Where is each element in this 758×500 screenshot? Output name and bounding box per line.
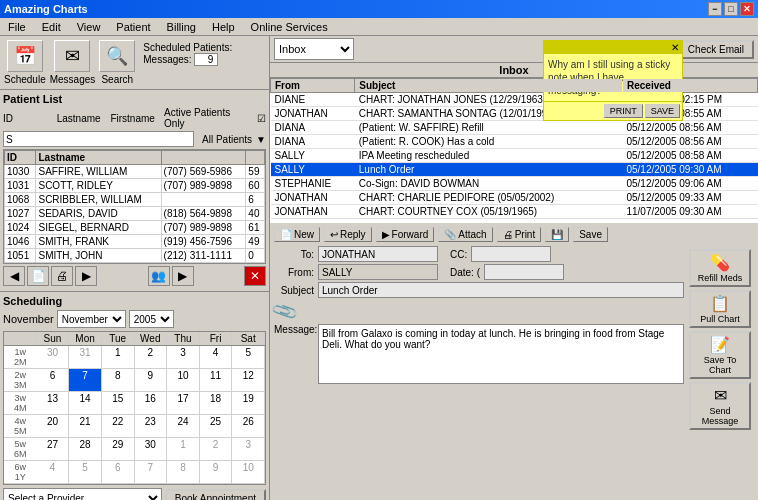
cal-day[interactable]: 4 bbox=[200, 346, 233, 368]
menu-view[interactable]: View bbox=[73, 20, 105, 34]
cal-day[interactable]: 28 bbox=[69, 438, 102, 460]
inbox-row[interactable]: DIANA (Patient: R. COOK) Has a cold 05/1… bbox=[271, 135, 758, 149]
inbox-row[interactable]: SALLY IPA Meeting rescheduled 05/12/2005… bbox=[271, 149, 758, 163]
cal-day[interactable]: 1 bbox=[102, 346, 135, 368]
inbox-row[interactable]: SALLY Lunch Order 05/12/2005 09:30 AM bbox=[271, 163, 758, 177]
print-btn[interactable]: 🖨 Print bbox=[497, 227, 542, 242]
menu-edit[interactable]: Edit bbox=[38, 20, 65, 34]
cal-day[interactable]: 26 bbox=[232, 415, 265, 437]
minimize-btn[interactable]: − bbox=[708, 2, 722, 16]
inbox-row[interactable]: JONATHAN CHART: SAMANTHA SONTAG (12/01/1… bbox=[271, 107, 758, 121]
cal-day[interactable]: 20 bbox=[37, 415, 70, 437]
patient-table-row[interactable]: 1027 SEDARIS, DAVID (818) 564-9898 40 bbox=[5, 207, 265, 221]
cal-day[interactable]: 30 bbox=[37, 346, 70, 368]
inbox-row[interactable]: DIANA (Patient: W. SAFFIRE) Refill 05/12… bbox=[271, 121, 758, 135]
menu-file[interactable]: File bbox=[4, 20, 30, 34]
search-button[interactable]: 🔍 bbox=[99, 40, 135, 72]
cal-day[interactable]: 7 bbox=[135, 461, 168, 483]
pt-btn-people[interactable]: 👥 bbox=[148, 266, 170, 286]
cal-day[interactable]: 4 bbox=[37, 461, 70, 483]
patient-table-row[interactable]: 1046 SMITH, FRANK (919) 456-7596 49 bbox=[5, 235, 265, 249]
save-btn[interactable]: Save bbox=[573, 227, 608, 242]
patient-table-row[interactable]: 1051 SMITH, JOHN (212) 311-1111 0 bbox=[5, 249, 265, 263]
menu-billing[interactable]: Billing bbox=[163, 20, 200, 34]
check-email-btn[interactable]: Check Email bbox=[678, 40, 754, 59]
patient-table-row[interactable]: 1024 SIEGEL, BERNARD (707) 989-9898 61 bbox=[5, 221, 265, 235]
patient-table-row[interactable]: 1030 SAFFIRE, WILLIAM (707) 569-5986 59 bbox=[5, 165, 265, 179]
from-input[interactable] bbox=[318, 264, 438, 280]
to-input[interactable] bbox=[318, 246, 438, 262]
pt-btn-delete[interactable]: ✕ bbox=[244, 266, 266, 286]
cal-day-selected[interactable]: 7 bbox=[69, 369, 102, 391]
inbox-table-container[interactable]: From Subject Received DIANE CHART: JONAT… bbox=[270, 78, 758, 223]
send-message-btn[interactable]: ✉ Send Message bbox=[689, 382, 751, 430]
sticky-save-btn[interactable]: SAVE bbox=[645, 104, 680, 118]
pt-btn-3[interactable]: 🖨 bbox=[51, 266, 73, 286]
cal-day[interactable]: 12 bbox=[232, 369, 265, 391]
date-input[interactable] bbox=[484, 264, 564, 280]
pt-btn-2[interactable]: 📄 bbox=[27, 266, 49, 286]
cal-day[interactable]: 24 bbox=[167, 415, 200, 437]
reply-btn[interactable]: ↩ Reply bbox=[324, 227, 372, 242]
inbox-folder-select[interactable]: Inbox bbox=[274, 38, 354, 60]
patient-filter-input[interactable] bbox=[3, 131, 194, 147]
subject-input[interactable] bbox=[318, 282, 684, 298]
cal-day[interactable]: 17 bbox=[167, 392, 200, 414]
cal-day[interactable]: 16 bbox=[135, 392, 168, 414]
close-btn[interactable]: ✕ bbox=[740, 2, 754, 16]
inbox-row[interactable]: DIANE CHART: JONATHAN JONES (12/29/1963)… bbox=[271, 93, 758, 107]
cal-day[interactable]: 8 bbox=[102, 369, 135, 391]
cal-day[interactable]: 9 bbox=[200, 461, 233, 483]
cc-input[interactable] bbox=[471, 246, 551, 262]
schedule-button[interactable]: 📅 bbox=[7, 40, 43, 72]
cal-day[interactable]: 9 bbox=[135, 369, 168, 391]
year-select[interactable]: 2005 bbox=[129, 310, 174, 328]
cal-day[interactable]: 18 bbox=[200, 392, 233, 414]
inbox-row[interactable]: STEPHANIE Co-Sign: DAVID BOWMAN 05/12/20… bbox=[271, 177, 758, 191]
refill-meds-btn[interactable]: 💊 Refill Meds bbox=[689, 249, 751, 287]
pt-btn-1[interactable]: ◀ bbox=[3, 266, 25, 286]
forward-btn[interactable]: ▶ Forward bbox=[376, 227, 435, 242]
inbox-row[interactable]: JONATHAN CHART: CHARLIE PEDIFORE (05/05/… bbox=[271, 191, 758, 205]
cal-day[interactable]: 25 bbox=[200, 415, 233, 437]
cal-day[interactable]: 2 bbox=[200, 438, 233, 460]
inbox-row[interactable]: JONATHAN CHART: COURTNEY COX (05/19/1965… bbox=[271, 205, 758, 219]
attach-btn[interactable]: 📎 Attach bbox=[438, 227, 492, 242]
pull-chart-btn[interactable]: 📋 Pull Chart bbox=[689, 290, 751, 328]
cal-day[interactable]: 21 bbox=[69, 415, 102, 437]
cal-day[interactable]: 19 bbox=[232, 392, 265, 414]
cal-day[interactable]: 30 bbox=[135, 438, 168, 460]
cal-day[interactable]: 10 bbox=[232, 461, 265, 483]
pt-btn-5[interactable]: ▶ bbox=[172, 266, 194, 286]
message-textarea[interactable]: Bill from Galaxo is coming in today at l… bbox=[318, 324, 684, 384]
patient-table-row[interactable]: 1068 SCRIBBLER, WILLIAM 6 bbox=[5, 193, 265, 207]
dropdown-arrow-icon[interactable]: ▼ bbox=[256, 134, 266, 145]
cal-day[interactable]: 11 bbox=[200, 369, 233, 391]
cal-day[interactable]: 14 bbox=[69, 392, 102, 414]
sticky-close-icon[interactable]: ✕ bbox=[671, 42, 679, 53]
cal-day[interactable]: 1 bbox=[167, 438, 200, 460]
menu-help[interactable]: Help bbox=[208, 20, 239, 34]
cal-day[interactable]: 5 bbox=[232, 346, 265, 368]
book-appointment-btn[interactable]: Book Appointment bbox=[165, 489, 266, 501]
cal-day[interactable]: 31 bbox=[69, 346, 102, 368]
patient-table-row[interactable]: 1031 SCOTT, RIDLEY (707) 989-9898 60 bbox=[5, 179, 265, 193]
messages-button[interactable]: ✉ bbox=[54, 40, 90, 72]
cal-day[interactable]: 8 bbox=[167, 461, 200, 483]
cal-day[interactable]: 27 bbox=[37, 438, 70, 460]
new-btn[interactable]: 📄 New bbox=[274, 227, 320, 242]
cal-day[interactable]: 6 bbox=[37, 369, 70, 391]
floppy-btn[interactable]: 💾 bbox=[545, 227, 569, 242]
provider-select[interactable]: Select a Provider bbox=[3, 488, 162, 500]
month-select[interactable]: November bbox=[57, 310, 126, 328]
cal-day[interactable]: 3 bbox=[232, 438, 265, 460]
cal-day[interactable]: 13 bbox=[37, 392, 70, 414]
cal-day[interactable]: 6 bbox=[102, 461, 135, 483]
cal-day[interactable]: 10 bbox=[167, 369, 200, 391]
cal-day[interactable]: 5 bbox=[69, 461, 102, 483]
cal-day[interactable]: 3 bbox=[167, 346, 200, 368]
maximize-btn[interactable]: □ bbox=[724, 2, 738, 16]
cal-day[interactable]: 23 bbox=[135, 415, 168, 437]
menu-patient[interactable]: Patient bbox=[112, 20, 154, 34]
pt-btn-4[interactable]: ▶ bbox=[75, 266, 97, 286]
